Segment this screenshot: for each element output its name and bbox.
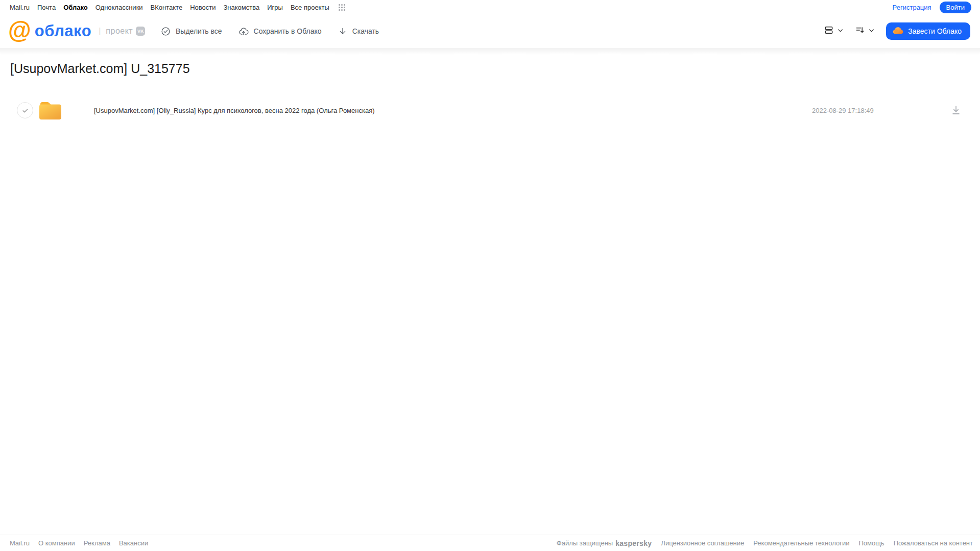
download-button[interactable]: Скачать — [338, 27, 379, 36]
topnav-mailru[interactable]: Mail.ru — [10, 4, 30, 11]
project-label: проект — [106, 27, 133, 36]
footer-recommendations-link[interactable]: Рекомендательные технологии — [753, 539, 849, 547]
file-row[interactable]: [UsupovMarket.com] [Olly_Russia] Курс дл… — [0, 99, 980, 122]
topnav-novosti[interactable]: Новости — [190, 4, 216, 11]
orange-cloud-icon — [893, 27, 903, 36]
cloud-logo[interactable]: @ облако | проект VK — [8, 14, 145, 48]
vk-logo-icon: VK — [136, 27, 145, 36]
create-cloud-label: Завести Облако — [908, 27, 962, 35]
folder-icon — [39, 101, 61, 119]
file-toolbar: Выделить все Сохранить в Облако Скачать — [161, 14, 379, 48]
footer-mailru-link[interactable]: Mail.ru — [10, 539, 30, 547]
topnav-oblako[interactable]: Облако — [63, 4, 88, 11]
footer-help-link[interactable]: Помощь — [858, 539, 884, 547]
chevron-down-icon — [837, 27, 844, 36]
list-view-icon — [824, 25, 834, 37]
footer-left-links: Mail.ru О компании Реклама Вакансии — [0, 539, 148, 547]
topnav-vkontakte[interactable]: ВКонтакте — [151, 4, 183, 11]
page-title: [UsupovMarket.com] U_315775 — [10, 61, 190, 76]
download-label: Скачать — [352, 27, 379, 35]
row-checkbox[interactable] — [17, 102, 33, 118]
kaspersky-logo[interactable]: kaspersky — [615, 539, 652, 547]
portal-auth: Регистрация Войти — [893, 2, 980, 13]
select-all-label: Выделить все — [176, 27, 222, 35]
footer-jobs-link[interactable]: Вакансии — [119, 539, 148, 547]
mailru-at-icon: @ — [8, 18, 31, 42]
footer-right-links: Файлы защищены kaspersky Лицензионное со… — [557, 539, 980, 547]
topnav-odnoklassniki[interactable]: Одноклассники — [95, 4, 143, 11]
footer-ads-link[interactable]: Реклама — [84, 539, 110, 547]
sort-selector[interactable] — [855, 25, 875, 37]
login-button[interactable]: Войти — [940, 2, 971, 13]
create-cloud-button[interactable]: Завести Облако — [886, 22, 970, 40]
footer: Mail.ru О компании Реклама Вакансии Файл… — [0, 535, 980, 551]
view-mode-selector[interactable] — [824, 25, 844, 37]
footer-report-link[interactable]: Пожаловаться на контент — [894, 539, 973, 547]
save-to-cloud-label: Сохранить в Облако — [254, 27, 322, 35]
projects-grid-icon[interactable] — [338, 4, 346, 11]
file-date: 2022-08-29 17:18:49 — [812, 99, 874, 122]
cloud-logo-text: облако — [35, 22, 91, 40]
save-to-cloud-button[interactable]: Сохранить в Облако — [238, 27, 322, 36]
topnav-pochta[interactable]: Почта — [37, 4, 56, 11]
registration-link[interactable]: Регистрация — [893, 4, 931, 11]
chevron-down-icon — [868, 27, 875, 36]
kaspersky-protected: Файлы защищены kaspersky — [557, 539, 652, 547]
topnav-all-projects[interactable]: Все проекты — [291, 4, 329, 11]
select-all-button[interactable]: Выделить все — [161, 27, 222, 36]
topnav-igry[interactable]: Игры — [267, 4, 283, 11]
row-download-icon[interactable] — [950, 105, 962, 116]
download-arrow-icon — [338, 27, 347, 36]
cloud-header: @ облако | проект VK Выделить все Сохран… — [0, 14, 980, 48]
file-name-link[interactable]: [UsupovMarket.com] [Olly_Russia] Курс дл… — [94, 99, 375, 122]
sort-icon — [855, 25, 865, 37]
logo-divider: | — [99, 27, 101, 36]
header-shadow — [0, 48, 980, 55]
footer-license-link[interactable]: Лицензионное соглашение — [661, 539, 744, 547]
topnav-znakomstva[interactable]: Знакомства — [223, 4, 259, 11]
cloud-upload-icon — [238, 27, 249, 36]
check-circle-icon — [161, 27, 171, 36]
portal-nav: Mail.ru Почта Облако Одноклассники ВКонт… — [0, 4, 346, 11]
portal-topbar: Mail.ru Почта Облако Одноклассники ВКонт… — [0, 0, 980, 14]
header-right-controls: Завести Облако — [824, 14, 970, 48]
protected-label: Файлы защищены — [557, 539, 613, 547]
footer-about-link[interactable]: О компании — [38, 539, 75, 547]
